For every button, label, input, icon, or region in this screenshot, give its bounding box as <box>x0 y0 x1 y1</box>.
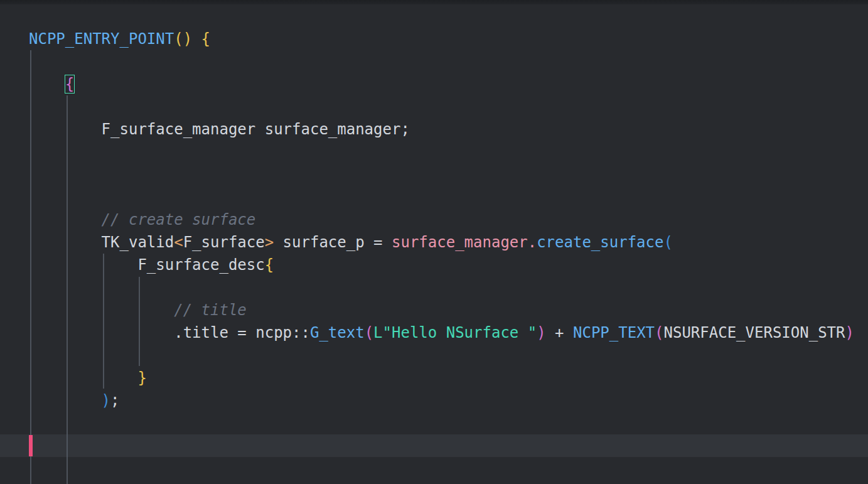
code-token: ) <box>102 392 110 409</box>
code-line-20[interactable] <box>0 480 868 484</box>
code-line-8[interactable]: // create surface <box>0 208 868 231</box>
code-token: create_surface <box>537 234 663 251</box>
code-token: G_text <box>310 324 365 341</box>
code-token <box>29 369 137 387</box>
code-token: ; <box>110 392 119 409</box>
code-token: surface_p = <box>274 234 392 251</box>
code-line-5[interactable] <box>0 141 868 163</box>
code-line-11[interactable] <box>0 276 868 299</box>
code-token: ( <box>365 324 373 341</box>
code-token <box>29 392 102 409</box>
code-token <box>29 211 102 229</box>
code-line-3[interactable] <box>0 95 868 118</box>
code-token <box>29 75 65 93</box>
code-token: // title <box>174 301 247 319</box>
code-token: surface_manager. <box>392 234 537 251</box>
code-token: F_surface_desc <box>29 256 265 274</box>
code-token: () <box>174 30 192 48</box>
code-line-7[interactable] <box>0 186 868 208</box>
code-token: NSURFACE_VERSION_STR <box>664 324 845 341</box>
code-line-4[interactable]: F_surface_manager surface_manager; <box>0 118 868 141</box>
code-line-18[interactable] <box>0 434 868 457</box>
code-line-10[interactable]: F_surface_desc{ <box>0 254 868 276</box>
code-token: { <box>265 256 274 274</box>
code-line-16[interactable]: ); <box>0 389 868 412</box>
code-token: // create surface <box>102 211 256 229</box>
matched-bracket: { <box>65 75 74 93</box>
code-token: { <box>201 30 210 48</box>
code-token <box>192 30 201 48</box>
code-line-6[interactable] <box>0 163 868 186</box>
code-token: ) <box>537 324 545 341</box>
code-token: } <box>137 369 146 387</box>
code-token: > <box>265 234 274 251</box>
code-line-13[interactable]: .title = ncpp::G_text(L"Hello NSurface "… <box>0 321 868 344</box>
code-token: NCPP_ENTRY_POINT <box>29 30 174 48</box>
code-token: + <box>546 324 573 341</box>
editor-top-edge <box>0 0 868 4</box>
code-token: ) <box>845 324 854 341</box>
code-token: NCPP_TEXT <box>573 324 655 341</box>
code-token <box>29 301 174 319</box>
code-token: ( <box>663 234 672 251</box>
code-line-15[interactable]: } <box>0 367 868 389</box>
code-editor[interactable]: NCPP_ENTRY_POINT() { { F_surface_manager… <box>0 0 868 484</box>
code-token: .title = ncpp:: <box>29 324 310 341</box>
code-line-9[interactable]: TK_valid<F_surface> surface_p = surface_… <box>0 231 868 254</box>
code-token: ( <box>655 324 663 341</box>
code-area[interactable]: NCPP_ENTRY_POINT() { { F_surface_manager… <box>0 0 868 484</box>
text-cursor <box>29 435 33 456</box>
code-token: F_surface_manager surface_manager; <box>29 121 410 138</box>
code-token: TK_valid <box>29 234 174 251</box>
code-line-1[interactable] <box>0 50 868 73</box>
code-line-19[interactable] <box>0 457 868 480</box>
code-line-12[interactable]: // title <box>0 299 868 321</box>
code-token: L"Hello NSurface " <box>373 324 537 341</box>
code-line-17[interactable] <box>0 412 868 434</box>
code-token: F_surface <box>183 234 265 251</box>
code-line-2[interactable]: { <box>0 73 868 95</box>
code-line-14[interactable] <box>0 344 868 367</box>
code-token: < <box>174 234 183 251</box>
code-line-0[interactable]: NCPP_ENTRY_POINT() { <box>0 28 868 50</box>
